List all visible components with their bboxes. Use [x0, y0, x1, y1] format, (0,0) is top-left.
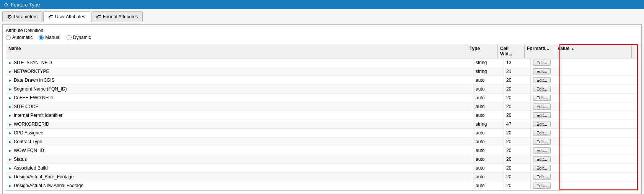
row-name-14: Design/Actual New Aerial Footage — [14, 183, 83, 188]
edit-button-6[interactable]: Edit... — [533, 112, 551, 118]
cell-width-7: 47 — [504, 120, 531, 128]
cell-type-4: auto — [473, 94, 504, 102]
row-name-1: NETWORKTYPE — [14, 69, 49, 74]
expand-arrow-2[interactable]: ► — [8, 78, 12, 82]
row-name-12: Associated Build — [14, 165, 48, 171]
expand-arrow-3[interactable]: ► — [8, 87, 12, 91]
cell-width-1: 21 — [504, 67, 531, 76]
cell-value-14 — [561, 181, 638, 190]
edit-button-1[interactable]: Edit... — [533, 68, 551, 74]
cell-formatting-3: Edit... — [531, 85, 561, 93]
tab-format-attributes[interactable]: 🏷 Format Attributes — [91, 11, 143, 22]
cell-formatting-10: Edit... — [531, 146, 561, 155]
radio-dynamic[interactable]: Dynamic — [67, 35, 91, 40]
cell-name-2: ► Date Drawn in 3GIS — [6, 76, 473, 84]
expand-arrow-9[interactable]: ► — [8, 140, 12, 144]
expand-arrow-7[interactable]: ► — [8, 122, 12, 126]
cell-value-8 — [561, 129, 638, 137]
edit-button-4[interactable]: Edit... — [533, 95, 551, 101]
edit-button-7[interactable]: Edit... — [533, 121, 551, 127]
col-header-type: Type — [467, 44, 498, 58]
cell-name-14: ► Design/Actual New Aerial Footage — [6, 181, 473, 190]
cell-name-1: ► NETWORKTYPE — [6, 67, 473, 76]
expand-arrow-10[interactable]: ► — [8, 149, 12, 153]
cell-name-8: ► CPD Assignee — [6, 129, 473, 137]
edit-button-5[interactable]: Edit... — [533, 103, 551, 110]
cell-name-11: ► Status — [6, 155, 473, 163]
edit-button-9[interactable]: Edit... — [533, 139, 551, 145]
cell-formatting-8: Edit... — [531, 129, 561, 137]
cell-type-5: auto — [473, 102, 504, 111]
cell-value-4 — [561, 94, 638, 102]
cell-name-10: ► WOW FQN_ID — [6, 146, 473, 155]
tab-user-attributes[interactable]: 🏷 User Attributes — [43, 11, 90, 22]
cell-value-11 — [561, 155, 638, 163]
edit-button-10[interactable]: Edit... — [533, 147, 551, 154]
row-name-3: Segment Name (FQN_ID) — [14, 86, 67, 92]
expand-arrow-5[interactable]: ► — [8, 105, 12, 109]
table-row: ► Design/Actual_Bore_Footage auto 20 Edi… — [6, 173, 638, 181]
expand-arrow-0[interactable]: ► — [8, 61, 12, 65]
radio-group: Automatic Manual Dynamic — [6, 35, 638, 40]
main-container: ⚙ Parameters 🏷 User Attributes 🏷 Format … — [0, 9, 644, 194]
cell-formatting-6: Edit... — [531, 111, 561, 120]
cell-value-6 — [561, 111, 638, 120]
tab-format-attributes-label: Format Attributes — [103, 14, 138, 19]
table-body: ► SITE_SPAN_NFID string 13 Edit... ► NET… — [6, 58, 638, 190]
edit-button-8[interactable]: Edit... — [533, 130, 551, 136]
edit-button-11[interactable]: Edit... — [533, 156, 551, 162]
expand-arrow-13[interactable]: ► — [8, 175, 12, 179]
parameters-icon: ⚙ — [7, 14, 12, 20]
cell-type-7: string — [473, 120, 504, 128]
radio-automatic-input[interactable] — [6, 35, 11, 40]
cell-width-14: 20 — [504, 181, 531, 190]
edit-button-3[interactable]: Edit... — [533, 86, 551, 92]
expand-arrow-1[interactable]: ► — [8, 70, 12, 74]
title-bar-icon: ⚙ — [4, 2, 8, 8]
edit-button-14[interactable]: Edit... — [533, 183, 551, 189]
cell-formatting-13: Edit... — [531, 173, 561, 181]
cell-width-5: 20 — [504, 102, 531, 111]
row-name-0: SITE_SPAN_NFID — [14, 60, 52, 65]
radio-manual[interactable]: Manual — [39, 35, 60, 40]
expand-arrow-14[interactable]: ► — [8, 184, 12, 188]
tab-parameters[interactable]: ⚙ Parameters — [2, 11, 42, 22]
row-name-9: Contract Type — [14, 139, 42, 144]
table-row: ► Internal Permit Identifier auto 20 Edi… — [6, 111, 638, 120]
row-name-2: Date Drawn in 3GIS — [14, 78, 55, 83]
table-row: ► CoFEE EWO NFID auto 20 Edit... — [6, 94, 638, 102]
radio-manual-label: Manual — [45, 35, 60, 40]
content-area: Attribute Definition Automatic Manual Dy… — [2, 24, 642, 194]
cell-type-14: auto — [473, 181, 504, 190]
edit-button-2[interactable]: Edit... — [533, 77, 551, 83]
expand-arrow-4[interactable]: ► — [8, 96, 12, 100]
col-header-value: Value ▲ — [555, 44, 632, 58]
table-row: ► Status auto 20 Edit... — [6, 155, 638, 164]
cell-name-3: ► Segment Name (FQN_ID) — [6, 85, 473, 93]
cell-width-0: 13 — [504, 58, 531, 67]
expand-arrow-8[interactable]: ► — [8, 131, 12, 135]
edit-button-13[interactable]: Edit... — [533, 174, 551, 180]
sort-arrow: ▲ — [571, 47, 575, 51]
table-row: ► WOW FQN_ID auto 20 Edit... — [6, 146, 638, 155]
cell-value-2 — [561, 76, 638, 84]
radio-manual-input[interactable] — [39, 35, 44, 40]
tab-user-attributes-label: User Attributes — [55, 14, 85, 19]
title-bar-title: Feature Type — [11, 2, 40, 8]
expand-arrow-11[interactable]: ► — [8, 157, 12, 162]
cell-formatting-5: Edit... — [531, 102, 561, 111]
expand-arrow-6[interactable]: ► — [8, 113, 12, 118]
table-container: Name Type Cell Wid... Formatti... Value … — [6, 44, 638, 191]
edit-button-12[interactable]: Edit... — [533, 165, 551, 171]
edit-button-0[interactable]: Edit... — [533, 60, 551, 66]
table-row: ► SITE_SPAN_NFID string 13 Edit... — [6, 58, 638, 67]
table-row: ► WORKORDERID string 47 Edit... — [6, 120, 638, 129]
cell-width-13: 20 — [504, 173, 531, 181]
radio-automatic[interactable]: Automatic — [6, 35, 33, 40]
expand-arrow-12[interactable]: ► — [8, 166, 12, 170]
title-bar: ⚙ Feature Type — [0, 0, 644, 9]
cell-value-5 — [561, 102, 638, 111]
cell-value-1 — [561, 67, 638, 76]
cell-value-3 — [561, 85, 638, 93]
radio-dynamic-input[interactable] — [67, 35, 72, 40]
